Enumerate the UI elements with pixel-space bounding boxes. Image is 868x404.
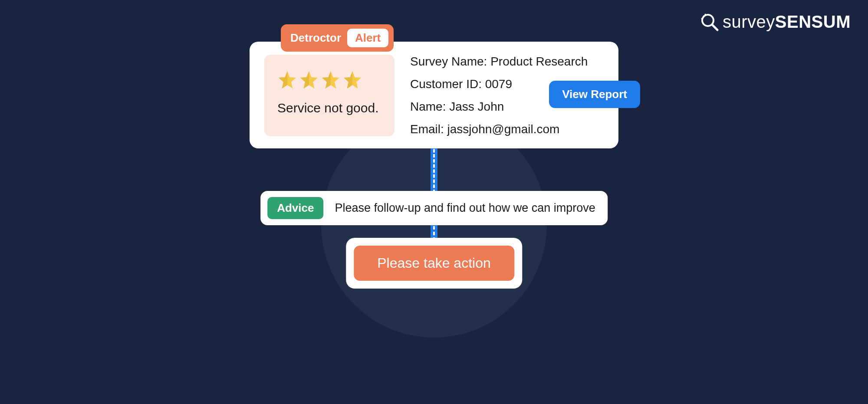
brand-name-bold: SENSUM xyxy=(775,12,851,31)
brand-name: surveySENSUM xyxy=(723,12,851,32)
survey-name: Survey Name: Product Research xyxy=(410,55,604,69)
brand-logo: surveySENSUM xyxy=(700,12,851,32)
customer-name-value: Jass John xyxy=(449,100,504,113)
detractor-alert-card: Detroctor Alert Service not good. Survey… xyxy=(250,42,618,148)
take-action-button[interactable]: Please take action xyxy=(354,246,514,281)
advice-card: Advice Please follow-up and find out how… xyxy=(260,191,608,225)
action-card: Please take action xyxy=(346,238,522,289)
svg-point-3 xyxy=(701,18,703,19)
svg-line-1 xyxy=(712,25,717,30)
star-rating xyxy=(277,70,381,90)
survey-name-label: Survey Name: xyxy=(410,55,487,68)
svg-point-4 xyxy=(702,21,704,23)
star-icon xyxy=(321,70,341,90)
advice-text: Please follow-up and find out how we can… xyxy=(335,201,595,215)
customer-name-label: Name: xyxy=(410,100,446,113)
badge-group: Detroctor Alert xyxy=(281,24,394,52)
customer-email: Email: jassjohn@gmail.com xyxy=(410,122,604,136)
star-icon xyxy=(277,70,297,90)
detractor-badge: Detroctor xyxy=(290,31,341,45)
customer-email-value: jassjohn@gmail.com xyxy=(447,122,560,136)
brand-name-thin: survey xyxy=(723,12,775,31)
alert-badge: Alert xyxy=(347,29,388,47)
star-icon xyxy=(342,70,362,90)
rating-box: Service not good. xyxy=(264,55,395,136)
customer-email-label: Email: xyxy=(410,122,444,136)
customer-id-value: 0079 xyxy=(485,77,512,91)
survey-name-value: Product Research xyxy=(490,55,588,68)
magnifier-icon xyxy=(700,13,719,32)
svg-point-5 xyxy=(705,13,706,15)
rating-comment: Service not good. xyxy=(277,101,381,115)
customer-id-label: Customer ID: xyxy=(410,77,482,91)
svg-point-2 xyxy=(703,15,704,16)
advice-badge: Advice xyxy=(267,197,323,219)
star-icon xyxy=(299,70,319,90)
view-report-button[interactable]: View Report xyxy=(549,81,640,108)
